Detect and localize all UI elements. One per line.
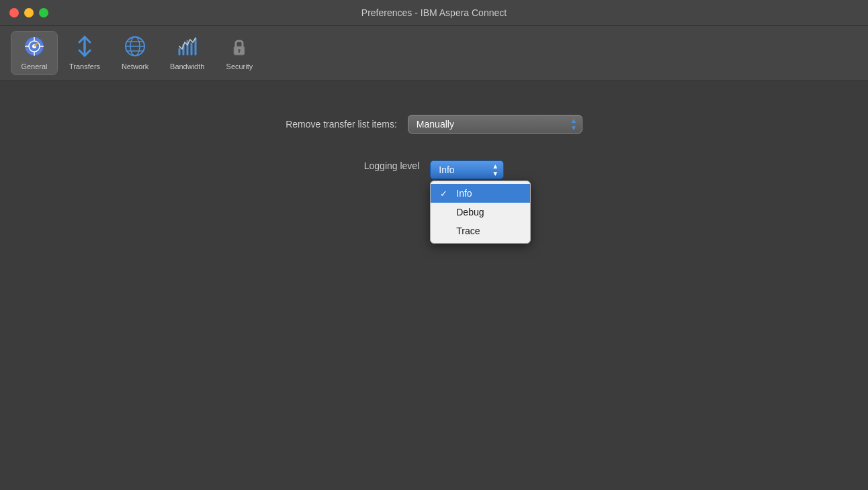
logging-option-info-label: Info — [456, 188, 472, 199]
remove-transfer-select-wrapper: Manually When complete After 1 day ▲ ▼ — [408, 115, 582, 134]
bandwidth-icon — [177, 36, 198, 60]
bandwidth-label: Bandwidth — [170, 62, 204, 70]
general-icon — [24, 36, 45, 60]
transfers-icon — [74, 36, 95, 60]
remove-transfer-select[interactable]: Manually When complete After 1 day — [408, 115, 582, 134]
toolbar-item-general[interactable]: General — [11, 31, 58, 75]
logging-level-value: Info — [439, 164, 454, 175]
window-title: Preferences - IBM Aspera Connect — [361, 7, 507, 18]
logging-option-debug[interactable]: Debug — [431, 203, 530, 222]
logging-level-button[interactable]: Info ▲ ▼ — [430, 160, 504, 179]
close-button[interactable] — [9, 8, 19, 17]
window-controls — [9, 8, 48, 17]
logging-level-dropdown-container: Info ▲ ▼ ✓ Info Debug — [430, 160, 504, 179]
minimize-button[interactable] — [24, 8, 34, 17]
toolbar-item-bandwidth[interactable]: Bandwidth — [161, 31, 213, 75]
security-icon — [228, 36, 250, 60]
logging-level-label: Logging level — [364, 160, 420, 171]
toolbar-item-security[interactable]: Security — [216, 31, 263, 75]
toolbar-item-transfers[interactable]: Transfers — [60, 31, 109, 75]
remove-transfer-row: Remove transfer list items: Manually Whe… — [286, 115, 582, 134]
logging-option-trace-label: Trace — [456, 226, 480, 236]
logging-arrows-icon: ▲ ▼ — [492, 162, 498, 177]
check-icon: ✓ — [440, 189, 451, 199]
main-content: Remove transfer list items: Manually Whe… — [0, 81, 868, 213]
network-icon — [124, 36, 146, 60]
logging-option-debug-label: Debug — [456, 207, 484, 217]
network-label: Network — [122, 62, 148, 70]
svg-rect-22 — [238, 50, 240, 53]
transfers-label: Transfers — [69, 62, 100, 70]
title-bar: Preferences - IBM Aspera Connect — [0, 0, 868, 26]
toolbar-item-network[interactable]: Network — [112, 31, 159, 75]
logging-dropdown-popup: ✓ Info Debug Trace — [430, 181, 531, 244]
logging-option-info[interactable]: ✓ Info — [431, 184, 530, 203]
remove-transfer-label: Remove transfer list items: — [286, 119, 397, 130]
logging-level-row: Logging level Info ▲ ▼ ✓ Info — [364, 160, 505, 179]
logging-option-trace[interactable]: Trace — [431, 222, 530, 240]
security-label: Security — [226, 62, 253, 70]
maximize-button[interactable] — [39, 8, 48, 17]
general-label: General — [21, 62, 47, 70]
toolbar: General Transfers Network — [0, 26, 868, 81]
